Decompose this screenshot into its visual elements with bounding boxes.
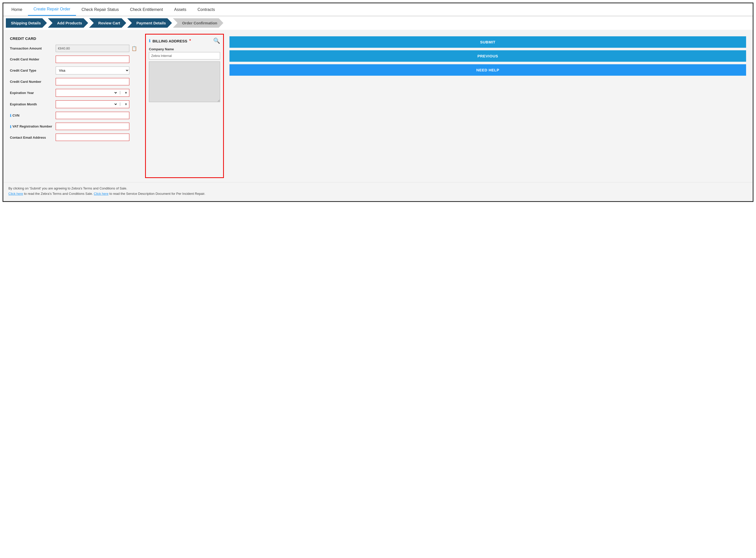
contact-email-row: Contact Email Address	[10, 134, 140, 141]
credit-card-number-input[interactable]	[56, 78, 129, 85]
credit-card-type-label: Credit Card Type	[10, 69, 56, 72]
cvn-row: ℹ CVN	[10, 112, 140, 119]
billing-address-header: ℹ BILLING ADDRESS * 🔍	[149, 37, 220, 44]
footer: By clicking on 'Submit' you are agreeing…	[3, 182, 753, 201]
contact-email-label: Contact Email Address	[10, 135, 56, 140]
credit-card-number-label: Credit Card Number	[10, 80, 56, 83]
billing-address-panel: ℹ BILLING ADDRESS * 🔍 Company Name	[145, 34, 224, 178]
billing-search-icon[interactable]: 🔍	[213, 37, 220, 44]
expiration-year-wrap: 2024 2025 2026 2027 ︱ ▼	[56, 89, 129, 97]
nav-contracts[interactable]: Contracts	[192, 4, 220, 16]
expiration-month-wrap: 010203 040506 070809 101112 ︱ ▼	[56, 100, 129, 108]
credit-card-panel: CREDIT CARD Transaction Amount €840.80 📋…	[7, 34, 142, 178]
billing-company-input[interactable]	[149, 52, 220, 59]
transaction-amount-row: Transaction Amount €840.80 📋	[10, 45, 140, 52]
credit-card-holder-label: Credit Card Holder	[10, 57, 56, 61]
credit-card-title: CREDIT CARD	[10, 36, 140, 41]
vat-row: ℹ VAT Registration Number	[10, 123, 140, 130]
billing-company-label: Company Name	[149, 47, 220, 51]
need-help-button[interactable]: NEED HELP	[229, 64, 746, 76]
nav-assets[interactable]: Assets	[169, 4, 192, 16]
credit-card-type-select[interactable]: Visa MasterCard American Express	[56, 67, 129, 74]
footer-link2-suffix: to read the Service Description Document…	[109, 192, 205, 196]
footer-line1: By clicking on 'Submit' you are agreeing…	[8, 186, 748, 190]
expiration-year-row: Expiration Year 2024 2025 2026 2027 ︱ ▼	[10, 89, 140, 97]
step-review-cart[interactable]: Review Cart	[89, 18, 126, 28]
credit-card-holder-row: Credit Card Holder	[10, 56, 140, 63]
step-add-products[interactable]: Add Products	[48, 18, 88, 28]
nav-home[interactable]: Home	[6, 4, 28, 16]
footer-line2: Click here to read the Zebra's Terms and…	[8, 192, 748, 196]
billing-address-textarea[interactable]	[149, 61, 220, 102]
cvn-label: ℹ CVN	[10, 113, 56, 118]
step-shipping-details[interactable]: Shipping Details	[6, 18, 47, 28]
expiration-year-select[interactable]: 2024 2025 2026 2027	[56, 89, 118, 97]
nav-create-repair-order[interactable]: Create Repair Order	[28, 3, 76, 16]
cvn-info-icon[interactable]: ℹ	[10, 113, 11, 118]
transaction-amount-label: Transaction Amount	[10, 47, 56, 50]
transaction-amount-display: €840.80	[56, 45, 129, 52]
doc-icon[interactable]: 📋	[131, 46, 137, 51]
credit-card-holder-input[interactable]	[56, 56, 129, 63]
cvn-input[interactable]	[56, 112, 129, 119]
wizard-steps: Shipping Details Add Products Review Car…	[3, 16, 753, 30]
year-dropdown-arrow: ▼	[123, 91, 129, 95]
credit-card-number-row: Credit Card Number	[10, 78, 140, 85]
previous-button[interactable]: PREVIOUS	[229, 50, 746, 62]
year-pipe: ︱	[118, 90, 123, 96]
billing-info-icon[interactable]: ℹ	[149, 39, 150, 43]
expiration-year-label: Expiration Year	[10, 91, 56, 95]
footer-link1-suffix: to read the Zebra's Terms and Conditions…	[24, 192, 94, 196]
billing-title-text: BILLING ADDRESS	[152, 39, 187, 43]
vat-label: ℹ VAT Registration Number	[10, 124, 56, 129]
step-payment-details[interactable]: Payment Details	[127, 18, 172, 28]
submit-button[interactable]: SUBMIT	[229, 36, 746, 48]
main-content: CREDIT CARD Transaction Amount €840.80 📋…	[3, 30, 753, 182]
billing-required-star: *	[189, 39, 191, 43]
expiration-month-row: Expiration Month 010203 040506 070809 10…	[10, 100, 140, 108]
expiration-month-label: Expiration Month	[10, 102, 56, 106]
top-nav: Home Create Repair Order Check Repair St…	[3, 3, 753, 16]
vat-input[interactable]	[56, 123, 129, 130]
actions-panel: SUBMIT PREVIOUS NEED HELP	[227, 34, 749, 178]
footer-link2[interactable]: Click here	[94, 192, 108, 196]
vat-info-icon[interactable]: ℹ	[10, 125, 11, 129]
credit-card-type-row: Credit Card Type Visa MasterCard America…	[10, 67, 140, 74]
month-dropdown-arrow: ▼	[123, 102, 129, 106]
month-pipe: ︱	[118, 102, 123, 107]
expiration-month-select[interactable]: 010203 040506 070809 101112	[56, 101, 118, 108]
contact-email-input[interactable]	[56, 134, 129, 141]
footer-link1[interactable]: Click here	[8, 192, 23, 196]
nav-check-repair-status[interactable]: Check Repair Status	[76, 4, 124, 16]
nav-check-entitlement[interactable]: Check Entitlement	[124, 4, 169, 16]
step-order-confirmation[interactable]: Order Confirmation	[173, 18, 223, 28]
